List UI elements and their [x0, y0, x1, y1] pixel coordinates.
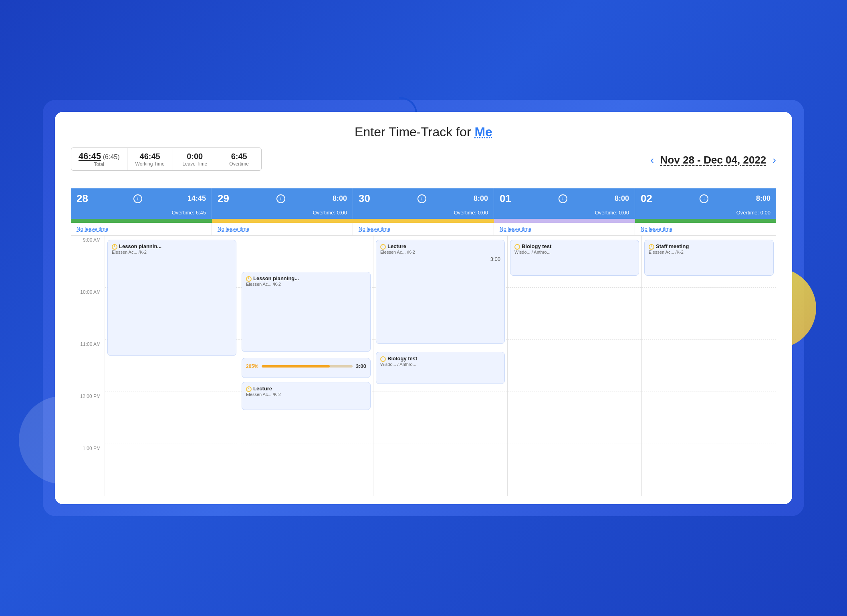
day-total-02: 8:00: [756, 194, 770, 203]
overtime-cell-02: Overtime: 0:00: [635, 209, 776, 219]
leave-time-item: 0:00 Leave Time: [173, 149, 217, 170]
clock-icon: [380, 244, 386, 250]
day-header-29: 29 + 8:00: [212, 188, 353, 209]
total-extra: (6:45): [103, 153, 120, 160]
color-bar-30: [353, 219, 494, 223]
time-label: 11:00 AM: [71, 340, 105, 392]
time-label: 12:00 PM: [71, 392, 105, 444]
leave-cell-29[interactable]: No leave time: [212, 223, 353, 235]
day-total-28: 14:45: [188, 194, 206, 203]
event-sub: Wisdo... / Anthro...: [380, 362, 500, 367]
add-time-02[interactable]: +: [700, 194, 708, 203]
add-time-29[interactable]: +: [276, 194, 285, 203]
day-number-01: 01: [500, 192, 511, 205]
day-col-02: Staff meeting Elessen Ac... /K-2: [642, 236, 776, 496]
overtime-cell-30: Overtime: 0:00: [353, 209, 494, 219]
calendar: 28 + 14:45 29 + 8:00 30 + 8:00 01 + 8:00…: [71, 188, 776, 496]
event-card-e4[interactable]: Lecture Elessen Ac... /K-2: [242, 382, 371, 410]
event-sub: Elessen Ac... /K-2: [380, 250, 500, 254]
leave-cell-02[interactable]: No leave time: [635, 223, 776, 235]
total-time: 46:45: [79, 151, 101, 161]
working-time-item: 46:45 Working Time: [127, 149, 173, 170]
add-time-28[interactable]: +: [133, 194, 142, 203]
event-card-e6[interactable]: Biology test Wisdo... / Anthro...: [376, 352, 505, 384]
event-duration: 3:00: [380, 256, 500, 262]
add-time-01[interactable]: +: [559, 194, 567, 203]
working-time-value: 46:45: [135, 152, 165, 161]
color-bar-02: [635, 219, 776, 223]
hour-line: [508, 392, 641, 444]
add-time-30[interactable]: +: [417, 194, 426, 203]
event-card-e3[interactable]: 205% 3:00: [242, 358, 371, 378]
overtime-cell-28: Overtime: 6:45: [71, 209, 212, 219]
date-nav: ‹ Nov 28 - Dec 04, 2022 ›: [650, 154, 776, 166]
leave-time-value: 0:00: [181, 152, 209, 161]
next-week-button[interactable]: ›: [772, 155, 776, 165]
event-card-e2[interactable]: Lesson planning... Elessen Ac... /K-2: [242, 272, 371, 352]
clock-icon: [380, 356, 386, 362]
day-col-30: Lecture Elessen Ac... /K-2 3:00 Biology …: [373, 236, 508, 496]
me-link[interactable]: Me: [474, 125, 492, 139]
working-time-label: Working Time: [135, 161, 165, 167]
day-total-01: 8:00: [615, 194, 629, 203]
time-label: 10:00 AM: [71, 288, 105, 340]
day-col-28: Lesson plannin... Elessen Ac... /K-2: [105, 236, 239, 496]
event-card-e1[interactable]: Lesson plannin... Elessen Ac... /K-2: [107, 240, 236, 356]
event-title: Lesson planning...: [246, 275, 366, 282]
event-sub: Elessen Ac... /K-2: [246, 282, 366, 287]
main-card: Enter Time-Track for Me 46:45 (6:45) Tot…: [55, 112, 792, 504]
leave-cell-01[interactable]: No leave time: [494, 223, 635, 235]
day-number-30: 30: [359, 192, 370, 205]
day-header-28: 28 + 14:45: [71, 188, 212, 209]
progress-label: 205%: [246, 364, 258, 369]
time-label: 9:00 AM: [71, 236, 105, 288]
overtime-row: Overtime: 6:45Overtime: 0:00Overtime: 0:…: [71, 209, 776, 219]
time-label: 1:00 PM: [71, 444, 105, 496]
event-title: Biology test: [380, 355, 500, 362]
overtime-cell-29: Overtime: 0:00: [212, 209, 353, 219]
event-card-e8[interactable]: Staff meeting Elessen Ac... /K-2: [644, 240, 774, 276]
day-number-02: 02: [641, 192, 652, 205]
leave-cell-30[interactable]: No leave time: [353, 223, 494, 235]
clock-icon: [649, 244, 654, 250]
day-header-02: 02 + 8:00: [635, 188, 776, 209]
overtime-value: 6:45: [225, 152, 253, 161]
hour-line: [105, 392, 239, 444]
total-label: Total: [79, 162, 120, 167]
hour-line: [239, 444, 373, 496]
day-number-29: 29: [218, 192, 229, 205]
event-title: Biology test: [514, 243, 635, 250]
event-title: Lecture: [246, 386, 366, 392]
hour-line: [642, 444, 776, 496]
card-content: Enter Time-Track for Me 46:45 (6:45) Tot…: [55, 112, 792, 504]
prev-week-button[interactable]: ‹: [650, 155, 654, 165]
title-area: Enter Time-Track for Me: [71, 125, 776, 139]
hour-line: [508, 444, 641, 496]
progress-container: 205% 3:00: [246, 363, 366, 369]
top-row: 46:45 (6:45) Total 46:45 Working Time 0:…: [71, 147, 776, 180]
clock-icon: [514, 244, 520, 250]
clock-icon: [246, 276, 252, 282]
progress-bar: [262, 365, 353, 368]
color-bar-29: [212, 219, 353, 223]
summary-bar: 46:45 (6:45) Total 46:45 Working Time 0:…: [71, 147, 262, 171]
event-sub: Elessen Ac... /K-2: [246, 392, 366, 397]
days-grid: Lesson plannin... Elessen Ac... /K-2 Les…: [105, 236, 776, 496]
event-title: Staff meeting: [649, 243, 769, 250]
event-card-e7[interactable]: Biology test Wisdo... / Anthro...: [510, 240, 639, 276]
summary-total: 46:45 (6:45) Total: [71, 148, 127, 170]
overtime-item: 6:45 Overtime: [217, 149, 261, 170]
time-column: 9:00 AM10:00 AM11:00 AM12:00 PM1:00 PM: [71, 236, 105, 496]
day-total-30: 8:00: [474, 194, 488, 203]
calendar-body: 9:00 AM10:00 AM11:00 AM12:00 PM1:00 PM L…: [71, 236, 776, 496]
day-header-30: 30 + 8:00: [353, 188, 494, 209]
day-total-29: 8:00: [333, 194, 347, 203]
color-bar-row: [71, 219, 776, 223]
hour-line: [642, 340, 776, 392]
event-card-e5[interactable]: Lecture Elessen Ac... /K-2 3:00: [376, 240, 505, 344]
color-bar-01: [494, 219, 635, 223]
overtime-label: Overtime: [225, 161, 253, 167]
hour-line: [642, 392, 776, 444]
leave-cell-28[interactable]: No leave time: [71, 223, 212, 235]
calendar-header: 28 + 14:45 29 + 8:00 30 + 8:00 01 + 8:00…: [71, 188, 776, 209]
